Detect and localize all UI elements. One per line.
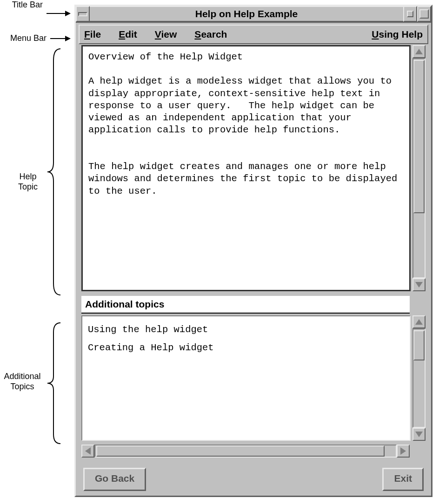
button-row: Go Back Exit [83,468,424,491]
scroll-thumb[interactable] [413,60,425,213]
window-title: Help on Help Example [90,6,403,22]
minimize-icon [407,11,413,17]
exit-button[interactable]: Exit [382,468,424,491]
horizontal-scrollbar[interactable] [81,445,410,458]
brace-icon [47,321,65,446]
scroll-thumb[interactable] [96,445,385,457]
callout-text: Additional [4,372,40,381]
callout-text: Help [19,172,36,181]
brace-icon [47,46,65,297]
additional-topics-heading: Additional topics [81,296,410,314]
triangle-up-icon [415,319,423,325]
triangle-down-icon [415,432,423,437]
scroll-track[interactable] [412,328,426,428]
help-topic-pane: Overview of the Help Widget A help widge… [81,45,426,291]
maximize-icon [419,9,429,19]
maximize-button[interactable] [417,6,431,22]
scroll-left-button[interactable] [81,445,94,458]
dash-icon [78,12,87,16]
scroll-up-button[interactable] [412,315,426,328]
go-back-button[interactable]: Go Back [83,468,146,491]
list-item[interactable]: Creating a Help widget [88,339,404,357]
topic-para: The help widget creates and manages one … [88,161,403,196]
scroll-right-button[interactable] [397,445,410,458]
help-topic-text: Overview of the Help Widget A help widge… [81,45,411,291]
scroll-down-button[interactable] [412,278,426,291]
triangle-up-icon [415,49,423,54]
minimize-button[interactable] [403,6,417,22]
system-menu-button[interactable] [76,6,90,22]
callout-menu-bar: Menu Bar [0,33,47,44]
scroll-track[interactable] [94,445,397,458]
triangle-right-icon [400,447,406,455]
topic-heading: Overview of the Help Widget [88,52,243,62]
scroll-track[interactable] [412,58,426,278]
callout-help-topic: Help Topic [14,172,42,192]
menu-using-help[interactable]: Using Help [372,29,423,40]
menu-file[interactable]: File [84,29,101,40]
triangle-left-icon [85,447,91,455]
triangle-down-icon [415,282,423,288]
scroll-up-button[interactable] [412,45,426,58]
additional-topics-pane: Using the help widget Creating a Help wi… [81,315,426,441]
arrow-icon [47,13,70,14]
title-bar: Help on Help Example [76,6,431,23]
additional-topics-list: Using the help widget Creating a Help wi… [81,315,411,441]
callout-text: Topics [10,382,34,391]
callout-text: Topic [18,182,38,191]
scroll-down-button[interactable] [412,428,426,441]
list-item[interactable]: Using the help widget [88,321,404,339]
menu-bar: File Edit View Search Using Help [79,25,428,44]
menu-edit[interactable]: Edit [119,29,137,40]
scroll-thumb[interactable] [413,330,425,360]
menu-view[interactable]: View [155,29,177,40]
topic-vertical-scrollbar[interactable] [412,45,426,291]
menu-search[interactable]: Search [194,29,227,40]
callout-additional-topics: Additional Topics [0,372,45,392]
arrow-icon [50,38,70,39]
callout-title-bar: Title Bar [0,0,43,10]
additional-vertical-scrollbar[interactable] [412,315,426,441]
topic-para: A help widget is a modeless widget that … [88,76,397,135]
client-area: Overview of the Help Widget A help widge… [79,45,428,493]
help-window: Help on Help Example File Edit View Sear… [74,5,432,497]
